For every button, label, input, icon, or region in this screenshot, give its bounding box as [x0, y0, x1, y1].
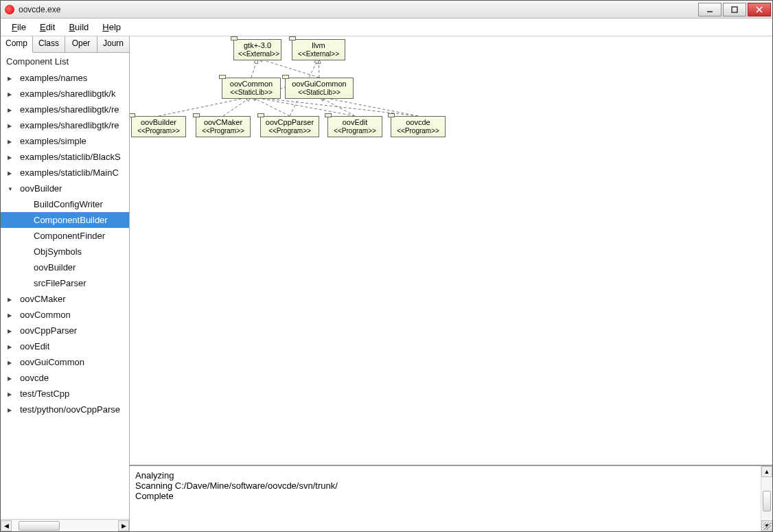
tree-item[interactable]: oovCMaker	[1, 291, 129, 307]
diagram-edges	[130, 36, 768, 466]
tree-item-label: ComponentBuilder	[34, 215, 108, 225]
node-stereo: <<Program>>	[395, 127, 441, 135]
tab-class[interactable]: Class	[33, 36, 65, 52]
window-title: oovcde.exe	[19, 5, 697, 14]
scroll-up-icon[interactable]: ▲	[761, 466, 772, 477]
chevron-right-icon[interactable]	[8, 90, 16, 97]
tree-item[interactable]: oovCommon	[1, 307, 129, 323]
chevron-right-icon[interactable]	[8, 153, 16, 161]
chevron-right-icon[interactable]	[8, 374, 16, 382]
tree-item[interactable]: srcFileParser	[1, 275, 129, 291]
scroll-right-icon[interactable]: ▶	[118, 520, 129, 531]
svg-line-12	[159, 97, 251, 116]
node-name: llvm	[297, 41, 341, 50]
titlebar[interactable]: oovcde.exe	[1, 1, 772, 19]
diagram-node[interactable]: oovGuiCommon<<StaticLib>>	[285, 78, 354, 99]
tree-item[interactable]: oovCppParser	[1, 323, 129, 338]
diagram-node[interactable]: oovEdit<<Program>>	[327, 116, 382, 137]
tree-item[interactable]: oovBuilder	[1, 259, 129, 275]
node-stereo: <<External>>	[238, 50, 277, 58]
maximize-button[interactable]	[723, 3, 746, 16]
tree-item[interactable]: examples/names	[1, 70, 129, 86]
diagram-node[interactable]: gtk+-3.0<<External>>	[233, 39, 281, 60]
tree-item[interactable]: ObjSymbols	[1, 244, 129, 259]
diagram-node[interactable]: llvm<<External>>	[292, 39, 345, 60]
tree-item[interactable]: oovEdit	[1, 338, 129, 354]
tree-item[interactable]: examples/sharedlibgtk/re	[1, 117, 129, 133]
minimize-button[interactable]	[698, 3, 722, 16]
tree-item[interactable]: examples/staticlib/MainC	[1, 165, 129, 181]
scroll-track[interactable]	[12, 520, 118, 531]
tree-item-label: oovBuilder	[20, 183, 62, 194]
menu-build[interactable]: Build	[62, 20, 95, 34]
tab-comp[interactable]: Comp	[1, 36, 33, 53]
tree-item-label: ObjSymbols	[34, 246, 82, 257]
menu-help[interactable]: Help	[95, 20, 128, 34]
tree-item[interactable]: examples/simple	[1, 133, 129, 149]
tree-item-label: test/TestCpp	[20, 389, 69, 399]
chevron-right-icon[interactable]	[8, 358, 16, 366]
tab-oper[interactable]: Oper	[65, 36, 97, 52]
close-button[interactable]	[748, 3, 771, 16]
tree-item-label: oovCMaker	[20, 294, 65, 304]
package-icon	[231, 36, 238, 41]
chevron-right-icon[interactable]	[8, 74, 16, 82]
diagram-canvas[interactable]: gtk+-3.0<<External>>llvm<<External>>oovC…	[130, 36, 772, 466]
diagram-node[interactable]: oovCppParser<<Program>>	[260, 116, 319, 137]
scroll-left-icon[interactable]: ◀	[1, 520, 12, 531]
package-icon	[193, 113, 200, 117]
diagram-node[interactable]: oovCommon<<StaticLib>>	[222, 78, 281, 99]
tree-item-label: oovCommon	[20, 310, 71, 320]
svg-line-14	[223, 97, 251, 116]
menu-edit[interactable]: Edit	[33, 20, 62, 34]
chevron-right-icon[interactable]	[8, 390, 16, 397]
svg-line-22	[251, 97, 355, 116]
chevron-right-icon[interactable]	[8, 343, 16, 350]
menu-file[interactable]: File	[5, 20, 33, 34]
tree-item[interactable]: test/TestCpp	[1, 386, 129, 402]
tree-item[interactable]: oovBuilder	[1, 181, 129, 196]
chevron-right-icon[interactable]	[8, 327, 16, 334]
menu-edit-rest: dit	[46, 22, 56, 32]
tree-item-label: oovGuiCommon	[20, 357, 84, 367]
package-icon	[219, 75, 226, 79]
chevron-right-icon[interactable]	[8, 137, 16, 145]
component-tree[interactable]: examples/namesexamples/sharedlibgtk/kexa…	[1, 70, 129, 519]
tree-item-label: examples/simple	[20, 136, 86, 146]
node-stereo: <<External>>	[297, 50, 341, 58]
tree-item[interactable]: ComponentFinder	[1, 228, 129, 244]
menu-file-rest: ile	[17, 22, 26, 32]
scroll-thumb[interactable]	[19, 521, 60, 531]
chevron-down-icon[interactable]	[8, 185, 16, 192]
tree-item[interactable]: examples/sharedlibgtk/re	[1, 102, 129, 117]
diagram-node[interactable]: oovCMaker<<Program>>	[196, 116, 251, 137]
tree-item-label: oovEdit	[20, 341, 49, 351]
menubar: File Edit Build Help	[1, 19, 772, 36]
tree-item[interactable]: BuildConfigWriter	[1, 196, 129, 212]
package-icon	[325, 113, 332, 117]
tree-item[interactable]: examples/staticlib/BlackS	[1, 149, 129, 165]
tree-item[interactable]: test/python/oovCppParse	[1, 402, 129, 417]
node-name: oovCommon	[227, 80, 276, 89]
resize-grip-icon[interactable]	[763, 522, 771, 530]
sidebar-hscroll[interactable]: ◀ ▶	[1, 519, 129, 531]
chevron-right-icon[interactable]	[8, 406, 16, 413]
tab-journ[interactable]: Journ	[97, 36, 129, 52]
output-line: Analyzing	[135, 470, 767, 481]
chevron-right-icon[interactable]	[8, 295, 16, 303]
tree-item[interactable]: oovcde	[1, 370, 129, 386]
diagram-node[interactable]: oovcde<<Program>>	[391, 116, 446, 137]
tree-item[interactable]: oovGuiCommon	[1, 354, 129, 370]
scroll-thumb[interactable]	[763, 491, 771, 511]
chevron-right-icon[interactable]	[8, 311, 16, 319]
chevron-right-icon[interactable]	[8, 169, 16, 176]
chevron-right-icon[interactable]	[8, 106, 16, 113]
app-icon	[5, 5, 14, 14]
tree-item[interactable]: ComponentBuilder	[1, 212, 129, 228]
chevron-right-icon[interactable]	[8, 122, 16, 129]
diagram-node[interactable]: oovBuilder<<Program>>	[131, 116, 186, 137]
output-panel: Analyzing Scanning C:/Dave/Mine/software…	[130, 466, 772, 531]
tree-item-label: examples/sharedlibgtk/re	[20, 104, 119, 115]
tree-item[interactable]: examples/sharedlibgtk/k	[1, 86, 129, 102]
output-line: Scanning C:/Dave/Mine/software/oovcde/sv…	[135, 481, 767, 491]
